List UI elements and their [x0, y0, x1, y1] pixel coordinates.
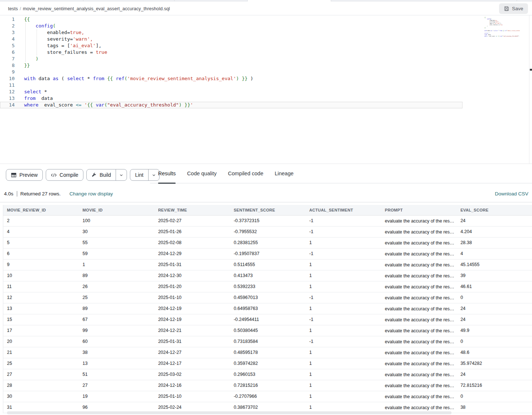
tab-lineage[interactable]: Lineage [275, 164, 294, 183]
cell-movie_id: 89 [79, 270, 155, 281]
code-token: * [41, 89, 47, 94]
tab-results[interactable]: Results [158, 164, 176, 183]
horizontal-scrollbar[interactable] [7, 411, 452, 414]
cell-prompt: evaluate the accuracy of the res… [381, 325, 457, 336]
column-header-movie_review_id[interactable]: MOVIE_REVIEW_ID [3, 205, 79, 215]
code-editor[interactable]: 1{{2 config(3 enabled=true,4 severity='w… [0, 15, 532, 164]
expand-prompt-button[interactable] [456, 328, 457, 333]
minimap[interactable]: {{ config( enabled=true, severity='warn'… [484, 17, 520, 162]
code-line[interactable]: 1{{ [0, 16, 510, 23]
table-row: 27512025-03-020.29601531evaluate the acc… [3, 369, 532, 380]
code-line[interactable]: 7 ) [0, 56, 510, 62]
expand-prompt-button[interactable] [456, 251, 457, 256]
code-line[interactable]: 8}} [0, 62, 510, 69]
expand-prompt-button[interactable] [456, 383, 457, 388]
expand-prompt-button[interactable] [456, 361, 457, 366]
cell-movie_id: 51 [79, 369, 155, 380]
indent-guide [25, 36, 26, 42]
tab-code-quality[interactable]: Code quality [187, 164, 217, 183]
expand-prompt-button[interactable] [456, 273, 457, 278]
expand-prompt-button[interactable] [456, 262, 457, 267]
cell-review_time: 2025-02-27 [154, 215, 230, 226]
build-button-main[interactable]: Build [87, 169, 116, 180]
tab-compiled-code[interactable]: Compiled code [228, 164, 263, 183]
compile-button-main[interactable]: Compile [46, 169, 83, 180]
cell-eval_score: 28.38 [457, 237, 532, 248]
code-line-current[interactable]: 14where eval_score <= '{{ var("eval_accu… [0, 102, 462, 108]
code-line[interactable]: 9 [0, 69, 510, 75]
cell-prompt: evaluate the accuracy of the res… [381, 336, 457, 347]
column-header-prompt[interactable]: PROMPT [381, 205, 457, 215]
code-icon [51, 173, 57, 177]
compile-button[interactable]: Compile [46, 169, 83, 181]
lint-button-main[interactable]: Lint [130, 169, 148, 180]
cell-review_time: 2024-12-30 [154, 270, 230, 281]
code-token: 'movie_review_sentiment_analysis_eval' [127, 76, 236, 81]
indent-guide [25, 29, 26, 36]
code-line[interactable]: 10with data as ( select * from {{ ref('m… [0, 75, 510, 82]
indent-guide [25, 56, 26, 62]
breadcrumb-folder[interactable]: tests [8, 6, 18, 11]
prompt-text: evaluate the accuracy of the res… [385, 229, 454, 234]
breadcrumb: tests/movie_review_sentiment_analysis_ev… [8, 6, 170, 11]
cell-movie_id: 30 [79, 226, 155, 237]
cell-sentiment_score: 0.64958763 [230, 303, 306, 314]
change-row-display-link[interactable]: Change row display [70, 191, 113, 197]
code-token [239, 76, 242, 81]
code-line[interactable]: 12select * [0, 89, 510, 95]
cell-actual_sentiment: 1 [306, 281, 381, 292]
expand-prompt-button[interactable] [456, 317, 457, 322]
build-button[interactable]: Build [86, 169, 127, 181]
code-token: eval_score [488, 36, 496, 37]
build-dropdown-toggle[interactable] [116, 169, 127, 180]
cell-movie_id: 25 [79, 292, 155, 303]
indent-guide [37, 29, 37, 36]
code-line-current[interactable]: where eval_score <= '{{ var("eval_accura… [484, 35, 520, 37]
table-row: 25132024-12-170.359742821evaluate the ac… [3, 358, 532, 369]
cell-prompt: evaluate the accuracy of the res… [381, 226, 457, 237]
column-header-actual_sentiment[interactable]: ACTUAL_SENTIMENT [306, 205, 381, 215]
column-header-movie_id[interactable]: MOVIE_ID [79, 205, 155, 215]
cell-prompt: evaluate the accuracy of the res… [381, 292, 457, 303]
code-line[interactable]: 4 severity='warn', [0, 36, 510, 42]
code-token: var [96, 102, 104, 108]
code-line[interactable]: 3 enabled=true, [0, 29, 510, 36]
cell-movie_id: 27 [79, 380, 155, 391]
query-status: 4.0s Returned 27 rows. Change row displa… [4, 186, 113, 202]
expand-prompt-button[interactable] [456, 372, 457, 377]
column-header-sentiment_score[interactable]: SENTIMENT_SCORE [230, 205, 306, 215]
save-button[interactable]: Save [499, 3, 528, 14]
preview-button-main[interactable]: Preview [6, 169, 42, 180]
cell-review_time: 2025-01-26 [154, 226, 230, 237]
chevron-right-icon [456, 295, 457, 299]
expand-prompt-button[interactable] [456, 306, 457, 311]
expand-prompt-button[interactable] [456, 295, 457, 300]
expand-prompt-button[interactable] [456, 284, 457, 289]
code-line[interactable]: 11 [0, 82, 510, 89]
code-token [24, 23, 35, 29]
expand-prompt-button[interactable] [456, 394, 457, 399]
scrollbar-thumb[interactable] [530, 69, 532, 71]
cell-review_time: 2024-12-21 [154, 325, 230, 336]
expand-prompt-button[interactable] [456, 350, 457, 355]
code-line[interactable]: 2 config( [0, 23, 510, 29]
code-line[interactable]: 13from data [0, 95, 510, 102]
editor-scrollbar[interactable] [529, 15, 529, 164]
column-header-review_time[interactable]: REVIEW_TIME [154, 205, 230, 215]
code-line[interactable]: 6 store_failures = true [0, 49, 510, 56]
code-line[interactable]: 5 tags = ['ai_eval'], [0, 42, 510, 49]
expand-prompt-button[interactable] [456, 339, 457, 344]
line-number: 10 [0, 75, 15, 82]
expand-prompt-button[interactable] [456, 229, 457, 234]
code-token: {{ [24, 16, 30, 22]
chevron-right-icon [456, 328, 457, 332]
table-row: 13892024-12-190.649587631evaluate the ac… [3, 303, 532, 314]
cell-review_time: 2025-03-02 [154, 369, 230, 380]
button-label: Build [100, 172, 111, 178]
expand-prompt-button[interactable] [456, 218, 457, 223]
download-csv-link[interactable]: Download CSV [495, 191, 528, 197]
column-header-eval_score[interactable]: EVAL_SCORE [457, 205, 532, 215]
expand-prompt-button[interactable] [456, 240, 457, 245]
expand-prompt-button[interactable] [456, 405, 457, 410]
preview-button[interactable]: Preview [6, 169, 43, 181]
